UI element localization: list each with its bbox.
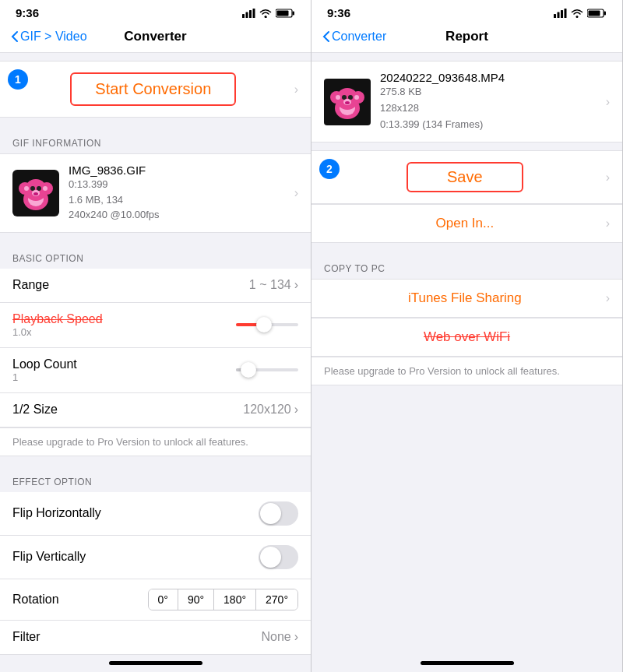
- range-value: 1 ~ 134 ›: [249, 278, 298, 292]
- nav-bar-right: Converter Report: [312, 24, 622, 53]
- signal-icon-right: [554, 9, 567, 18]
- step-badge-2: 2: [319, 159, 340, 179]
- home-indicator-right: [312, 656, 622, 672]
- loop-count-row[interactable]: Loop Count 1: [0, 348, 311, 393]
- svg-point-33: [348, 95, 353, 100]
- svg-rect-1: [246, 12, 248, 18]
- chevron-left-icon: [11, 30, 19, 43]
- flip-h-row[interactable]: Flip Horizontally: [0, 492, 311, 536]
- nav-title-left: Converter: [124, 29, 186, 44]
- svg-point-35: [345, 101, 350, 104]
- half-size-chevron: ›: [294, 403, 298, 417]
- back-button-left[interactable]: GIF > Video: [11, 30, 87, 44]
- playback-speed-label: Playback Speed: [12, 312, 103, 326]
- svg-rect-2: [249, 10, 252, 18]
- basic-option-header: BASIC OPTION: [0, 241, 311, 269]
- filter-chevron: ›: [294, 630, 298, 644]
- report-thumbnail: [324, 79, 371, 125]
- back-label-right: Converter: [332, 30, 386, 44]
- slider-track-gray: [236, 368, 298, 371]
- rotation-270[interactable]: 270°: [256, 589, 297, 610]
- report-item-chevron: ›: [606, 95, 610, 109]
- wifi-icon-right: [571, 9, 583, 18]
- svg-point-13: [30, 186, 35, 191]
- rotation-180[interactable]: 180°: [214, 589, 256, 610]
- gif-filename: IMG_9836.GIF: [69, 164, 285, 177]
- itunes-label: iTunes File Sharing: [324, 290, 606, 306]
- svg-rect-22: [565, 9, 567, 18]
- spacer3: [0, 233, 311, 241]
- svg-rect-20: [558, 12, 560, 18]
- playback-speed-row[interactable]: Playback Speed 1.0x: [0, 303, 311, 348]
- upgrade-msg-basic: Please upgrade to Pro Version to unlock …: [0, 427, 311, 456]
- slider-thumb-gray[interactable]: [241, 362, 256, 378]
- gif-thumbnail: [12, 170, 59, 216]
- svg-point-23: [576, 16, 579, 18]
- spacer1: [0, 53, 311, 61]
- start-conversion-box[interactable]: Start Conversion: [70, 72, 236, 106]
- slider-thumb-red[interactable]: [256, 317, 272, 332]
- itunes-chevron: ›: [606, 291, 610, 305]
- web-wifi-row[interactable]: Web over WiFi: [312, 318, 622, 357]
- svg-rect-25: [604, 11, 607, 15]
- effect-option-header: EFFECT OPTION: [0, 464, 311, 492]
- rotation-group[interactable]: 0° 90° 180° 270°: [148, 589, 299, 610]
- half-size-value: 120x120 ›: [243, 403, 298, 417]
- web-wifi-label: Web over WiFi: [424, 329, 510, 345]
- gif-info-chevron: ›: [294, 186, 298, 200]
- svg-point-37: [354, 95, 359, 100]
- half-size-label: 1/2 Size: [12, 403, 58, 417]
- start-conversion-label: Start Conversion: [95, 80, 211, 97]
- svg-point-17: [24, 186, 29, 191]
- svg-rect-0: [242, 14, 245, 18]
- flip-h-label: Flip Horizontally: [12, 506, 101, 520]
- report-info: 20240222_093648.MP4 275.8 KB 128x128 0:1…: [380, 71, 597, 132]
- status-icons-left: [242, 9, 295, 18]
- filter-row[interactable]: Filter None ›: [0, 621, 311, 655]
- start-conversion-row[interactable]: 1 Start Conversion ›: [0, 61, 311, 118]
- home-bar-right: [421, 661, 514, 665]
- rotation-90[interactable]: 90°: [178, 589, 214, 610]
- playback-speed-slider[interactable]: [236, 323, 298, 326]
- rotation-label: Rotation: [12, 593, 59, 607]
- svg-rect-21: [561, 10, 563, 18]
- report-item-row[interactable]: 20240222_093648.MP4 275.8 KB 128x128 0:1…: [312, 61, 622, 142]
- svg-point-32: [342, 95, 347, 100]
- right-panel: 9:36 Converter Report: [312, 0, 623, 672]
- rotation-0[interactable]: 0°: [149, 589, 178, 610]
- home-bar-left: [109, 661, 202, 665]
- itunes-row[interactable]: iTunes File Sharing ›: [312, 279, 622, 318]
- gif-meta: 0:13.399 1.6 MB, 134 240x240 @10.00fps: [69, 177, 285, 223]
- flip-v-row[interactable]: Flip Vertically: [0, 536, 311, 579]
- loop-count-slider[interactable]: [236, 368, 298, 371]
- gif-info-row[interactable]: IMG_9836.GIF 0:13.399 1.6 MB, 134 240x24…: [0, 153, 311, 233]
- open-in-row[interactable]: Open In... ›: [312, 204, 622, 243]
- filter-label: Filter: [12, 630, 40, 644]
- spacer2: [0, 118, 311, 125]
- rotation-row[interactable]: Rotation 0° 90° 180° 270°: [0, 579, 311, 621]
- nav-title-right: Report: [445, 29, 488, 44]
- gif-info-section-header: GIF INFORMATION: [0, 125, 311, 153]
- back-button-right[interactable]: Converter: [322, 30, 386, 44]
- report-meta: 275.8 KB 128x128 0:13.399 (134 Frames): [380, 84, 597, 132]
- bear-thumbnail-icon: [16, 173, 56, 213]
- save-box[interactable]: Save: [407, 162, 523, 192]
- home-indicator-left: [0, 656, 311, 672]
- step-badge-1: 1: [8, 69, 28, 90]
- range-row[interactable]: Range 1 ~ 134 ›: [0, 269, 311, 303]
- playback-speed-label-group: Playback Speed 1.0x: [12, 312, 103, 338]
- svg-point-18: [43, 186, 48, 191]
- flip-v-toggle[interactable]: [259, 545, 298, 569]
- half-size-row[interactable]: 1/2 Size 120x120 ›: [0, 393, 311, 427]
- flip-v-knob: [260, 547, 281, 568]
- right-content: 20240222_093648.MP4 275.8 KB 128x128 0:1…: [312, 53, 622, 656]
- report-filename: 20240222_093648.MP4: [380, 71, 597, 84]
- flip-h-toggle[interactable]: [259, 501, 298, 526]
- back-label-left: GIF > Video: [20, 30, 87, 44]
- save-row[interactable]: 2 Save ›: [312, 150, 622, 204]
- save-chevron: ›: [606, 171, 610, 185]
- flip-v-label: Flip Vertically: [12, 550, 86, 564]
- svg-point-4: [265, 16, 267, 18]
- left-content: 1 Start Conversion › GIF INFORMATION: [0, 53, 311, 656]
- spacer4: [0, 456, 311, 464]
